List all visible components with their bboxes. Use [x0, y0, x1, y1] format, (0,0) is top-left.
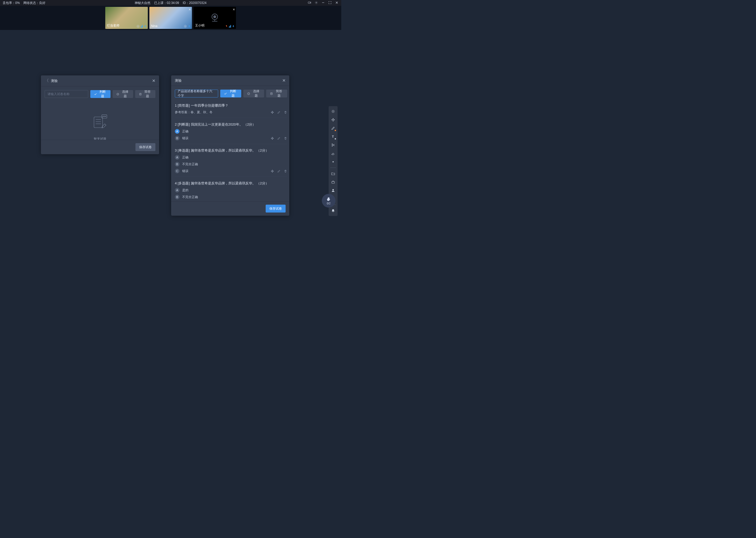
fullscreen-icon[interactable] [328, 1, 332, 5]
type-short-button[interactable]: 简答题 [266, 89, 287, 97]
laser-tool-icon[interactable] [329, 158, 337, 166]
svg-rect-17 [94, 117, 103, 128]
scissors-tool-icon[interactable] [329, 141, 337, 149]
svg-point-33 [333, 161, 334, 162]
question-title: 3 [单选题] 施华洛世奇是反华品牌，所以梁鼎琪反华。 （2分） [175, 148, 287, 153]
text-tool-icon[interactable]: T [329, 133, 337, 140]
close-icon[interactable] [335, 1, 339, 5]
question-tools [271, 136, 287, 140]
save-quiz-button[interactable]: 保存试卷 [135, 143, 155, 151]
question-tools [271, 111, 287, 114]
question-title: 2 [判断题] 我国宪法上一次更新是在2020年。 （2分） [175, 122, 287, 127]
option-badge: B [175, 162, 179, 167]
svg-point-22 [103, 116, 103, 117]
svg-rect-26 [271, 92, 272, 94]
folder-tool-icon[interactable] [329, 170, 337, 177]
video-close-icon[interactable]: × [189, 7, 191, 12]
eraser-tool-icon[interactable] [329, 150, 337, 157]
question-option[interactable]: B错误 [175, 136, 287, 140]
question-item: 4 [多选题] 施华洛世奇是反华品牌，所以梁鼎琪反华。 （2分）A是的B不完全正… [175, 179, 287, 201]
option-badge: B [175, 136, 179, 140]
question-option[interactable]: A正确 [175, 155, 287, 160]
move-icon[interactable] [271, 136, 274, 140]
video-name: 叮当老师 [107, 24, 119, 28]
type-choice-button[interactable]: 选择题 [113, 90, 133, 98]
signal-icon [229, 25, 231, 27]
video-tile-teacher[interactable]: 叮当老师 [105, 7, 148, 29]
move-icon[interactable] [271, 111, 274, 114]
svg-rect-14 [139, 93, 141, 95]
question-tools [271, 169, 287, 173]
svg-point-4 [138, 26, 139, 27]
svg-rect-12 [233, 25, 234, 27]
hand-icon [326, 197, 331, 201]
video-close-icon[interactable]: × [233, 7, 235, 12]
record-icon[interactable] [307, 1, 311, 5]
edit-icon[interactable] [277, 136, 281, 140]
bell-tool-icon[interactable] [329, 207, 337, 214]
panel-close-icon[interactable]: ✕ [152, 78, 155, 83]
svg-rect-8 [189, 25, 190, 27]
option-badge: B [175, 195, 179, 199]
svg-rect-5 [145, 25, 146, 27]
option-badge: A [175, 129, 179, 134]
svg-point-10 [214, 16, 216, 18]
user-tool-icon[interactable] [329, 187, 337, 194]
quiz-panel-filled: 测验 ✕ 产品说试卷名称最多十六个字 判断题 选择题 简答题 1 [简答题] [171, 76, 289, 216]
gear-icon[interactable] [314, 1, 318, 5]
pen-tool-icon[interactable] [329, 125, 337, 132]
edit-icon[interactable] [277, 169, 281, 173]
short-icon [139, 92, 142, 96]
id-label: ID： [183, 1, 189, 5]
cursor-tool-icon[interactable] [329, 108, 337, 115]
delete-icon[interactable] [284, 111, 287, 114]
option-badge: A [175, 188, 179, 192]
minimize-icon[interactable] [321, 1, 325, 5]
video-name: 王小明 [195, 24, 205, 28]
raise-hand-fab[interactable]: 0/2 [322, 194, 336, 207]
save-quiz-button[interactable]: 保存试卷 [266, 205, 286, 213]
question-item: 3 [单选题] 施华洛世奇是反华品牌，所以梁鼎琪反华。 （2分）A正确B不完全正… [175, 146, 287, 177]
toolbox-tool-icon[interactable] [329, 178, 337, 186]
svg-point-29 [333, 111, 333, 112]
edit-icon[interactable] [277, 111, 281, 114]
option-text: 正确 [182, 129, 188, 134]
net-label: 网络状态： [24, 1, 39, 5]
mic-icon [188, 25, 191, 28]
option-text: 不完全正确 [182, 195, 198, 199]
mic-muted-icon [225, 25, 228, 28]
move-tool-icon[interactable] [329, 116, 337, 124]
type-choice-button[interactable]: 选择题 [243, 89, 264, 97]
type-judge-button[interactable]: 判断题 [90, 90, 111, 98]
video-tile-student-1[interactable]: × Nina [149, 7, 192, 29]
question-title: 4 [多选题] 施华洛世奇是反华品牌，所以梁鼎琪反华。 （2分） [175, 181, 287, 186]
svg-rect-0 [308, 2, 310, 3]
question-option[interactable]: A是的 [175, 188, 287, 192]
video-name: Nina [151, 24, 158, 28]
video-tile-student-2[interactable]: × 王小明 [193, 7, 236, 29]
type-judge-button[interactable]: 判断题 [220, 89, 241, 97]
option-text: 正确 [182, 155, 188, 160]
type-short-button[interactable]: 简答题 [135, 90, 155, 98]
svg-point-7 [185, 26, 186, 27]
question-option[interactable]: B不完全正确 [175, 162, 287, 167]
question-option[interactable]: C错误 [175, 169, 287, 173]
status-bar: 丢包率：0% 网络状态：良好 神秘大自然 已上课：02:34:09 ID：202… [0, 0, 341, 6]
mic-icon [144, 25, 147, 28]
delete-icon[interactable] [284, 169, 287, 173]
svg-text:T: T [332, 135, 334, 138]
question-option[interactable]: A正确 [175, 129, 287, 134]
option-text: 错误 [182, 136, 188, 140]
choice-icon [116, 92, 119, 96]
svg-rect-34 [332, 182, 335, 183]
quiz-name-input-filled[interactable]: 产品说试卷名称最多十六个字 [175, 89, 218, 97]
quiz-name-input[interactable] [45, 90, 88, 98]
back-icon[interactable]: 〈 [45, 78, 49, 83]
question-option[interactable]: B不完全正确 [175, 195, 287, 199]
panel-close-icon[interactable]: ✕ [282, 78, 286, 83]
judge-icon [224, 92, 227, 95]
move-icon[interactable] [271, 169, 274, 173]
delete-icon[interactable] [284, 136, 287, 140]
signal-icon [141, 25, 143, 27]
quiz-panel-empty: 〈 测验 ✕ 判断题 选择题 简答题 [41, 76, 159, 154]
